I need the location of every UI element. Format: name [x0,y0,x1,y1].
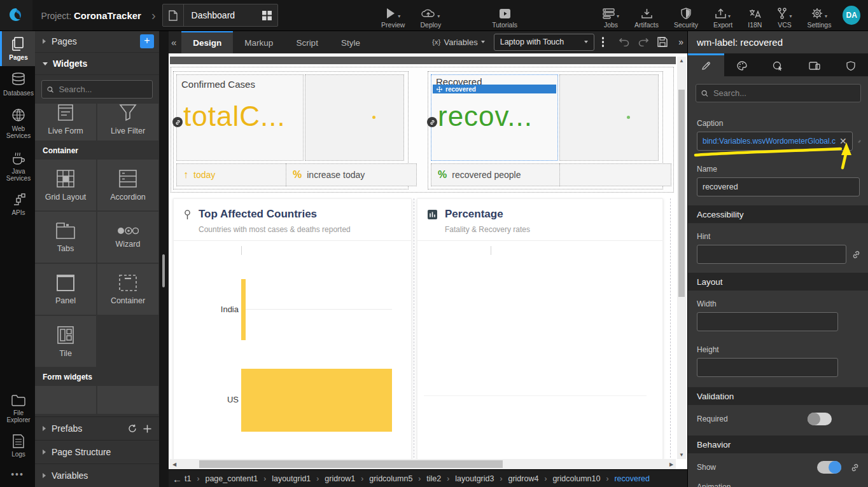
device-select[interactable]: Laptop with Touch [494,34,594,51]
widget-live-filter[interactable]: Live Filter [97,104,158,141]
width-field[interactable] [697,312,838,331]
panel-scrollbar-thumb[interactable] [162,254,165,287]
widget-panel[interactable]: Panel [35,264,96,315]
properties-search-input[interactable] [712,88,855,99]
crumb-gridrow1[interactable]: gridrow1 [325,474,355,483]
recovered-people-stat-cell[interactable]: % recovered people [431,163,571,186]
scroll-left-arrow-icon[interactable]: ◀ [170,462,179,467]
redo-button[interactable] [634,38,653,46]
rail-item-java-services[interactable]: Java Services [0,144,35,187]
canvas-vscrollbar[interactable]: ▲ ▼ [677,57,686,459]
page-structure-section-row[interactable]: Page Structure [35,440,159,463]
confirmed-cases-tile[interactable]: Confirmed Cases totalC... ↑ today % incr… [173,71,409,189]
widget-tabs[interactable]: Tabs [35,212,96,263]
widgets-section-row[interactable]: Widgets [35,53,159,75]
tab-security[interactable] [832,53,868,76]
crumb-t1[interactable]: t1 [185,474,191,483]
preview-button[interactable]: ▾ Preview [381,5,405,29]
height-field[interactable] [697,358,838,377]
tab-style[interactable]: Style [330,31,372,53]
more-options-button[interactable] [594,37,612,47]
widget-search-input[interactable] [57,84,147,95]
recovered-label-widget[interactable]: recov... [438,100,533,132]
clear-caption-icon[interactable]: ✕ [839,136,847,146]
rail-item-file-explorer[interactable]: File Explorer [0,388,35,429]
deploy-button[interactable]: ▾ Deploy [420,5,441,29]
tab-events[interactable] [760,53,797,76]
widget-wizard[interactable]: Wizard [97,212,158,263]
crumb-gridcolumn10[interactable]: gridcolumn10 [552,474,600,483]
page-tab-dashboard[interactable]: Dashboard [162,4,279,27]
widget-live-form[interactable]: Live Form [35,104,96,141]
bind-show-icon[interactable] [850,463,860,472]
breadcrumb-back-icon[interactable]: ← [172,474,182,484]
save-button[interactable] [653,37,672,47]
settings-button[interactable]: ▾ Settings [807,5,831,29]
crumb-tile2[interactable]: tile2 [426,474,441,483]
amber-dot-widget[interactable] [372,116,375,119]
export-button[interactable]: ▾ Export [713,5,732,29]
widget-search-box[interactable] [41,80,153,99]
vscrollbar-thumb[interactable] [678,90,685,297]
confirmed-cases-box[interactable]: Confirmed Cases totalC... [176,74,304,161]
caption-field[interactable]: bind:Variables.wsvWordometerGlobal.c ✕ [697,132,853,151]
required-toggle[interactable] [808,413,832,425]
properties-search-box[interactable] [696,84,861,102]
refresh-prefabs-icon[interactable] [128,424,137,433]
rail-item-logs[interactable]: Logs [0,429,35,463]
name-field[interactable]: recovered [697,177,860,196]
crumb-layoutgrid3[interactable]: layoutgrid3 [455,474,494,483]
recovered-box-selected[interactable]: Recovered recovered recov... [431,74,558,161]
rail-item-web-services[interactable]: Web Services [0,102,35,144]
recovered-tile[interactable]: Recovered recovered recov... % recovered… [428,71,663,189]
hscrollbar-thumb[interactable] [199,460,503,468]
rail-item-pages[interactable]: Pages [0,31,35,66]
bind-hint-icon[interactable] [851,250,861,259]
dashboard-grid-icon[interactable] [256,4,277,26]
tab-properties[interactable] [688,53,724,76]
undo-button[interactable] [615,38,634,46]
tutorials-button[interactable]: Tutorials [492,5,517,29]
confirmed-cases-right-box[interactable] [305,74,404,161]
user-avatar[interactable]: DA [843,6,860,25]
rail-more-button[interactable]: ••• [0,463,35,487]
expand-right-panel-button[interactable]: » [672,37,687,47]
crumb-recovered-active[interactable]: recovered [614,474,650,483]
crumb-layoutgrid1[interactable]: layoutgrid1 [272,474,311,483]
rail-item-apis[interactable]: APIs [0,187,35,221]
percentage-card[interactable]: Percentage Fatality & Recovery rates [417,198,663,460]
artifacts-button[interactable]: Artifacts [634,5,659,29]
tab-devices[interactable] [796,53,832,76]
pages-section-row[interactable]: Pages + [35,31,159,53]
selection-tag[interactable]: recovered [433,85,556,93]
bar-us[interactable] [241,369,392,432]
show-toggle[interactable] [817,461,841,474]
empty-chart-area[interactable] [417,241,662,457]
bar-chart[interactable]: India US [174,241,411,457]
wavemaker-logo[interactable] [0,0,32,31]
crumb-page-content1[interactable]: page_content1 [205,474,258,483]
bind-caption-icon[interactable] [858,137,861,146]
widget-tile[interactable]: Tile [35,316,96,367]
add-page-button[interactable]: + [140,34,154,48]
hint-field[interactable] [697,245,846,264]
hint-input[interactable] [703,249,841,259]
tab-script[interactable]: Script [284,31,330,53]
tab-markup[interactable]: Markup [233,31,284,53]
canvas-hscrollbar[interactable]: ◀ ▶ [170,459,676,469]
widget-accordion[interactable]: Accordion [97,160,158,210]
scroll-down-arrow-icon[interactable]: ▼ [677,452,686,458]
vcs-button[interactable]: ▾ VCS [777,5,792,29]
security-button[interactable]: Security [674,5,698,29]
prefabs-section-row[interactable]: Prefabs [35,416,159,440]
design-canvas[interactable]: Confirmed Cases totalC... ↑ today % incr… [169,53,687,469]
crumb-gridcolumn5[interactable]: gridcolumn5 [369,474,412,483]
recovered-right-box[interactable] [559,74,659,161]
widget-container[interactable]: Container [97,264,158,315]
rail-item-databases[interactable]: Databases [0,66,35,102]
add-prefab-icon[interactable] [143,425,151,433]
recovered-empty-stat-cell[interactable] [559,163,671,186]
top-affected-countries-card[interactable]: Top Affected Countries Countries with mo… [173,198,412,460]
total-cases-label-widget[interactable]: totalC... [183,100,286,132]
tab-styles[interactable] [724,53,760,76]
